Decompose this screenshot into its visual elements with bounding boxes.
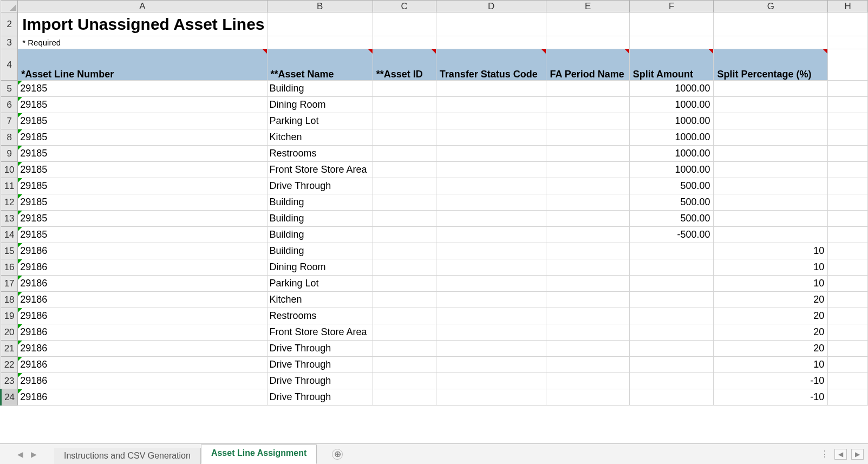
row-header-8[interactable]: 8 <box>1 129 18 146</box>
cell-H14[interactable] <box>828 227 868 243</box>
col-header-F[interactable]: F <box>629 1 714 12</box>
cell-C16[interactable] <box>373 259 436 276</box>
cell-E10[interactable] <box>546 162 629 178</box>
row-header-9[interactable]: 9 <box>1 146 18 162</box>
cell-F17[interactable] <box>629 276 714 292</box>
row-header-15[interactable]: 15 <box>1 243 18 259</box>
cell-F19[interactable] <box>629 308 714 324</box>
cell-G12[interactable] <box>714 194 828 211</box>
cell-C4[interactable]: **Asset ID <box>373 49 436 81</box>
cell-H21[interactable] <box>828 341 868 357</box>
select-all-corner[interactable] <box>1 1 18 12</box>
cell-C10[interactable] <box>373 162 436 178</box>
cell-A17[interactable]: 29186 <box>18 276 267 292</box>
cell-D17[interactable] <box>436 276 546 292</box>
cell-E16[interactable] <box>546 259 629 276</box>
tab-nav-next-icon[interactable]: ▶ <box>31 450 37 459</box>
cell-H9[interactable] <box>828 146 868 162</box>
cell-H20[interactable] <box>828 324 868 341</box>
row-header-11[interactable]: 11 <box>1 178 18 194</box>
cell-A13[interactable]: 29185 <box>18 211 267 227</box>
cell-H4[interactable] <box>828 49 868 81</box>
cell-A4[interactable]: *Asset Line Number <box>18 49 267 81</box>
cell-D12[interactable] <box>436 194 546 211</box>
cell-B4[interactable]: **Asset Name <box>267 49 373 81</box>
cell-G21[interactable]: 20 <box>714 341 828 357</box>
cell-H8[interactable] <box>828 129 868 146</box>
cell-E15[interactable] <box>546 243 629 259</box>
col-header-B[interactable]: B <box>267 1 373 12</box>
cell-C9[interactable] <box>373 146 436 162</box>
cell-B17[interactable]: Parking Lot <box>267 276 373 292</box>
cell-B23[interactable]: Drive Through <box>267 373 373 389</box>
cell-H2[interactable] <box>828 12 868 36</box>
cell-D10[interactable] <box>436 162 546 178</box>
cell-F11[interactable]: 500.00 <box>629 178 714 194</box>
cell-C14[interactable] <box>373 227 436 243</box>
cell-E18[interactable] <box>546 292 629 308</box>
cell-C17[interactable] <box>373 276 436 292</box>
cell-F7[interactable]: 1000.00 <box>629 113 714 129</box>
cell-E5[interactable] <box>546 81 629 97</box>
cell-D6[interactable] <box>436 97 546 113</box>
cell-H19[interactable] <box>828 308 868 324</box>
cell-A14[interactable]: 29185 <box>18 227 267 243</box>
cell-F16[interactable] <box>629 259 714 276</box>
cell-G11[interactable] <box>714 178 828 194</box>
cell-H5[interactable] <box>828 81 868 97</box>
cell-A18[interactable]: 29186 <box>18 292 267 308</box>
cell-G6[interactable] <box>714 97 828 113</box>
cell-A15[interactable]: 29186 <box>18 243 267 259</box>
cell-E13[interactable] <box>546 211 629 227</box>
cell-B8[interactable]: Kitchen <box>267 129 373 146</box>
cell-D14[interactable] <box>436 227 546 243</box>
cell-D3[interactable] <box>436 36 546 49</box>
cell-B24[interactable]: Drive Through <box>267 389 373 406</box>
cell-E3[interactable] <box>546 36 629 49</box>
cell-A5[interactable]: 29185 <box>18 81 267 97</box>
cell-B10[interactable]: Front Store Store Area <box>267 162 373 178</box>
cell-G2[interactable] <box>714 12 828 36</box>
cell-C12[interactable] <box>373 194 436 211</box>
hscroll-left-button[interactable]: ◀ <box>834 449 847 460</box>
cell-E12[interactable] <box>546 194 629 211</box>
sheet-tab[interactable]: Instructions and CSV Generation <box>54 448 201 464</box>
cell-G23[interactable]: -10 <box>714 373 828 389</box>
cell-A19[interactable]: 29186 <box>18 308 267 324</box>
row-header-14[interactable]: 14 <box>1 227 18 243</box>
cell-D16[interactable] <box>436 259 546 276</box>
cell-D5[interactable] <box>436 81 546 97</box>
cell-G10[interactable] <box>714 162 828 178</box>
cell-B6[interactable]: Dining Room <box>267 97 373 113</box>
cell-B5[interactable]: Building <box>267 81 373 97</box>
cell-D21[interactable] <box>436 341 546 357</box>
col-header-E[interactable]: E <box>546 1 629 12</box>
cell-E4[interactable]: FA Period Name <box>546 49 629 81</box>
cell-C8[interactable] <box>373 129 436 146</box>
cell-F10[interactable]: 1000.00 <box>629 162 714 178</box>
tab-nav-prev-icon[interactable]: ◀ <box>17 450 23 459</box>
row-header-20[interactable]: 20 <box>1 324 18 341</box>
cell-C11[interactable] <box>373 178 436 194</box>
cell-H22[interactable] <box>828 357 868 373</box>
cell-C2[interactable] <box>373 12 436 36</box>
row-header-19[interactable]: 19 <box>1 308 18 324</box>
cell-H10[interactable] <box>828 162 868 178</box>
cell-A3[interactable]: * Required <box>18 36 267 49</box>
cell-A23[interactable]: 29186 <box>18 373 267 389</box>
cell-B22[interactable]: Drive Through <box>267 357 373 373</box>
cell-D11[interactable] <box>436 178 546 194</box>
cell-F5[interactable]: 1000.00 <box>629 81 714 97</box>
cell-F23[interactable] <box>629 373 714 389</box>
cell-C13[interactable] <box>373 211 436 227</box>
cell-C24[interactable] <box>373 389 436 406</box>
cell-F3[interactable] <box>629 36 714 49</box>
cell-D23[interactable] <box>436 373 546 389</box>
cell-A2[interactable]: Import Unassigned Asset Lines <box>18 12 267 36</box>
cell-D19[interactable] <box>436 308 546 324</box>
row-header-23[interactable]: 23 <box>1 373 18 389</box>
row-header-18[interactable]: 18 <box>1 292 18 308</box>
row-header-12[interactable]: 12 <box>1 194 18 211</box>
row-header-7[interactable]: 7 <box>1 113 18 129</box>
cell-B19[interactable]: Restrooms <box>267 308 373 324</box>
